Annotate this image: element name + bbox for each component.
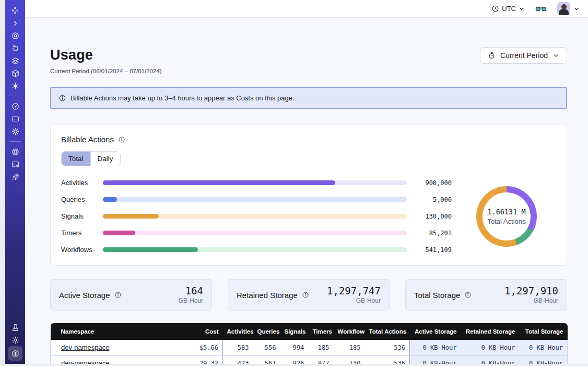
bar-track	[103, 197, 407, 202]
column-header-retained-storage: Retained Storage	[461, 323, 520, 340]
gear-icon[interactable]	[8, 125, 22, 138]
namespace-usage-table: NamespaceCostActivitiesQueriesSignalsTim…	[50, 323, 568, 366]
chevron-down-icon	[573, 6, 580, 12]
info-icon	[58, 94, 66, 102]
stopwatch-icon	[488, 51, 496, 60]
column-header-timers: Timers	[309, 323, 334, 340]
bar-label: Signals	[61, 212, 97, 220]
cell-workflows: 185	[334, 340, 365, 356]
bar-fill	[103, 197, 117, 202]
info-icon[interactable]	[114, 291, 122, 299]
cell-total-storage: 0 KB-Hour	[520, 340, 568, 356]
bar-row-workflows: Workflows541,109	[61, 246, 452, 254]
bar-label: Timers	[61, 229, 97, 237]
gauge-icon[interactable]	[8, 100, 22, 112]
column-header-activities: Activities	[223, 323, 253, 340]
column-header-signals: Signals	[280, 323, 309, 340]
bar-row-signals: Signals130,000	[61, 212, 452, 220]
clock-icon	[491, 5, 499, 13]
bar-track	[103, 180, 407, 185]
bar-fill	[103, 247, 198, 252]
cell-active-storage: 0 KB-Hour	[410, 340, 461, 356]
history-icon[interactable]	[8, 42, 22, 54]
app-window: UTC Usage	[5, 0, 588, 366]
storage-summary-row: Active Storage 164 GB-Hour Retained Stor…	[50, 279, 567, 311]
lifebuoy-icon[interactable]	[8, 145, 22, 158]
eye-icon[interactable]	[8, 29, 22, 42]
column-header-namespace: Namespace	[51, 323, 174, 340]
window-bottom-edge	[0, 364, 588, 366]
billable-view-tabs: TotalDaily	[61, 151, 121, 166]
active-storage-label: Active Storage	[59, 291, 110, 300]
page-subtitle: Current Period (06/01/2024 – 07/01/2024)	[50, 68, 162, 74]
bar-track	[103, 231, 407, 235]
namespace-link[interactable]: dev-namespace	[61, 344, 110, 351]
cell-total-actions: 536	[365, 340, 410, 356]
billable-actions-title: Billable Actions	[61, 135, 114, 144]
period-selector-label: Current Period	[500, 51, 548, 60]
bar-row-timers: Timers85,201	[61, 229, 452, 237]
layers-icon[interactable]	[8, 54, 22, 67]
cell-activities: 583	[223, 340, 253, 356]
retained-storage-label: Retained Storage	[237, 291, 298, 300]
info-banner: Billable Actions may take up to 3–4 hour…	[50, 87, 567, 109]
top-bar: UTC	[25, 0, 588, 18]
tab-total[interactable]: Total	[62, 152, 90, 166]
bar-track	[103, 247, 407, 252]
page-title: Usage	[50, 47, 162, 63]
bar-value: 85,201	[413, 230, 452, 237]
bar-label: Queries	[61, 196, 97, 203]
total-storage-card: Total Storage 1,297,910 GB-Hour	[405, 279, 567, 311]
bar-label: Activities	[61, 179, 97, 187]
dollar-coin-icon[interactable]	[8, 346, 22, 361]
bar-row-activities: Activities900,000	[61, 179, 452, 187]
card-icon[interactable]	[8, 112, 22, 125]
column-header-queries: Queries	[253, 323, 280, 340]
donut-total-value: 1.66131 M	[487, 208, 525, 216]
bar-track	[103, 214, 407, 219]
bar-value: 5,000	[413, 196, 452, 203]
info-icon[interactable]	[118, 136, 125, 143]
flask-icon[interactable]	[8, 321, 22, 334]
cell-retained-storage: 0 KB-Hour	[461, 340, 520, 356]
bar-fill	[103, 180, 335, 185]
retained-storage-unit: GB-Hour	[327, 297, 381, 304]
cell-namespace: dev-namespace	[51, 340, 174, 356]
bar-value: 900,000	[413, 179, 452, 187]
cube-icon[interactable]	[8, 67, 22, 79]
bar-fill	[103, 214, 159, 219]
period-selector-button[interactable]: Current Period	[480, 47, 567, 64]
retained-storage-value: 1,297,747	[327, 285, 381, 296]
total-actions-donut-chart: 1.66131 M Total Actions	[476, 186, 537, 247]
table-row: dev-namespace$5.665835569941851855360 KB…	[51, 340, 568, 356]
timezone-selector[interactable]: UTC	[491, 5, 525, 13]
info-icon[interactable]	[302, 291, 309, 299]
tab-daily[interactable]: Daily	[90, 152, 120, 166]
donut-total-label: Total Actions	[488, 218, 526, 225]
cell-timers: 185	[309, 340, 334, 356]
sidebar-divider	[9, 96, 21, 96]
chevron-down-icon	[552, 52, 559, 59]
user-menu[interactable]	[557, 2, 580, 15]
glasses-icon[interactable]	[535, 4, 547, 14]
expand-sidebar-chevron-right-icon[interactable]	[8, 17, 22, 29]
temporal-logo-icon[interactable]	[8, 4, 22, 17]
sidebar	[5, 0, 25, 366]
info-icon[interactable]	[464, 291, 472, 299]
sun-icon[interactable]	[8, 334, 22, 346]
cell-signals: 994	[280, 340, 309, 356]
timezone-label: UTC	[502, 5, 516, 13]
info-banner-text: Billable Actions may take up to 3–4 hour…	[70, 94, 295, 102]
page-content: Usage Current Period (06/01/2024 – 07/01…	[25, 18, 588, 366]
column-header-total-storage: Total Storage	[520, 323, 568, 340]
total-storage-label: Total Storage	[414, 291, 460, 300]
console-icon[interactable]	[8, 158, 22, 170]
page-title-block: Usage Current Period (06/01/2024 – 07/01…	[50, 47, 162, 74]
cell-cost: $5.66	[174, 340, 223, 356]
column-header-cost: Cost	[174, 323, 223, 340]
user-avatar	[557, 2, 570, 15]
asterisk-icon[interactable]	[8, 79, 22, 92]
bar-row-queries: Queries5,000	[61, 196, 452, 203]
rocket-icon[interactable]	[8, 170, 22, 183]
bar-fill	[103, 231, 135, 235]
